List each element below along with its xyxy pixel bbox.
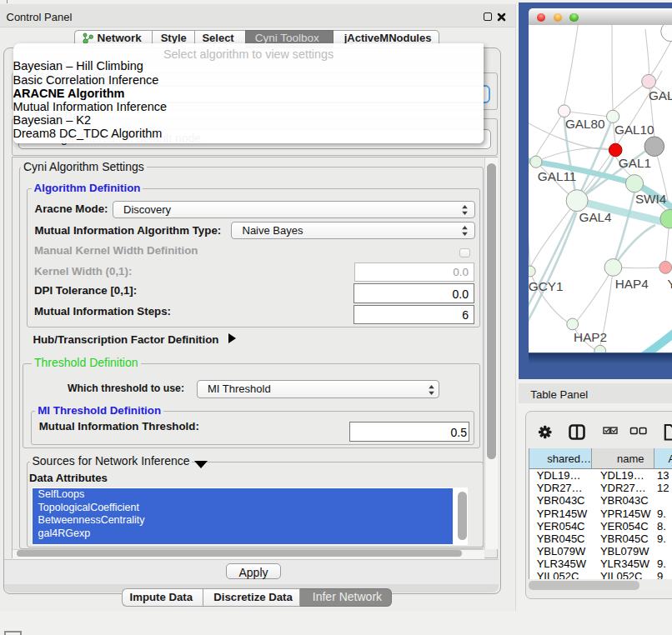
svg-text:GAL1: GAL1 <box>619 157 651 171</box>
svg-text:GAL4: GAL4 <box>579 211 613 225</box>
svg-text:GCY1: GCY1 <box>529 279 563 293</box>
svg-text:HAP2: HAP2 <box>574 330 607 344</box>
svg-text:GAL80: GAL80 <box>565 117 605 131</box>
svg-text:HAP4: HAP4 <box>615 277 649 291</box>
svg-text:SWI4: SWI4 <box>635 192 667 206</box>
svg-text:GAL10: GAL10 <box>614 122 654 137</box>
svg-text:GAL11: GAL11 <box>538 169 577 183</box>
svg-text:Y: Y <box>668 277 672 291</box>
svg-text:GAL: GAL <box>649 89 672 103</box>
